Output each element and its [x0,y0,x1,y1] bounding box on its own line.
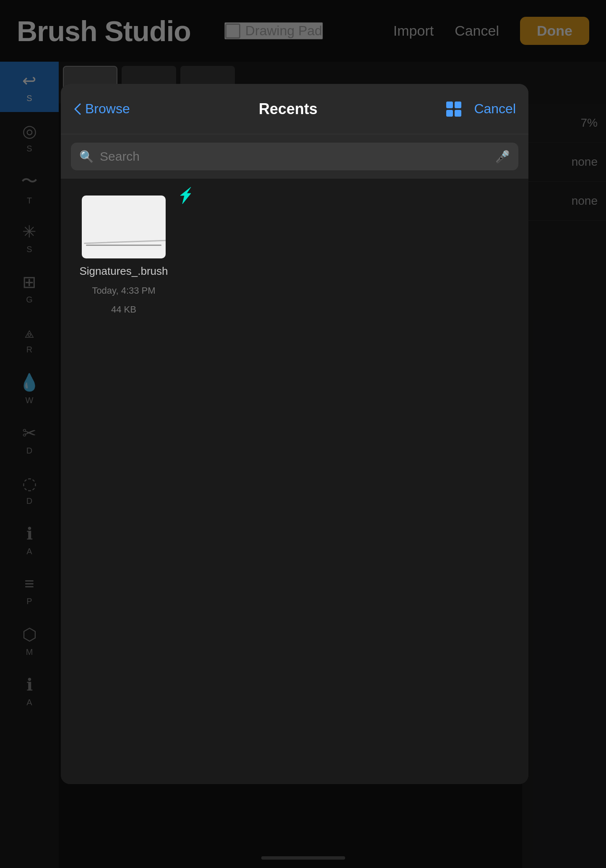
search-icon: 🔍 [79,150,94,164]
browse-button[interactable]: Browse [73,101,130,117]
file-name: Signatures_.brush [79,264,168,279]
search-input[interactable] [100,149,489,164]
modal-title: Recents [259,100,317,118]
modal-cancel-button[interactable]: Cancel [474,101,516,117]
modal-header-actions: Cancel [446,101,516,117]
modal-content: Signatures_.brush Today, 4:33 PM 44 KB [61,179,528,784]
cursor-arrow-icon [174,183,199,208]
chevron-left-icon [73,102,82,116]
file-size: 44 KB [111,303,136,316]
search-bar: 🔍 🎤 [61,134,528,179]
modal-header: Browse Recents Cancel [61,84,528,134]
browse-label: Browse [85,101,130,117]
file-item[interactable]: Signatures_.brush Today, 4:33 PM 44 KB [78,195,170,316]
file-date: Today, 4:33 PM [92,284,155,297]
search-input-wrapper: 🔍 🎤 [71,143,518,170]
file-picker-modal: Browse Recents Cancel 🔍 🎤 [61,84,528,784]
grid-view-icon[interactable] [446,102,461,117]
microphone-icon[interactable]: 🎤 [495,150,510,164]
brush-stroke-preview [86,245,161,246]
cursor-indicator [174,183,199,210]
file-thumbnail [82,195,166,258]
